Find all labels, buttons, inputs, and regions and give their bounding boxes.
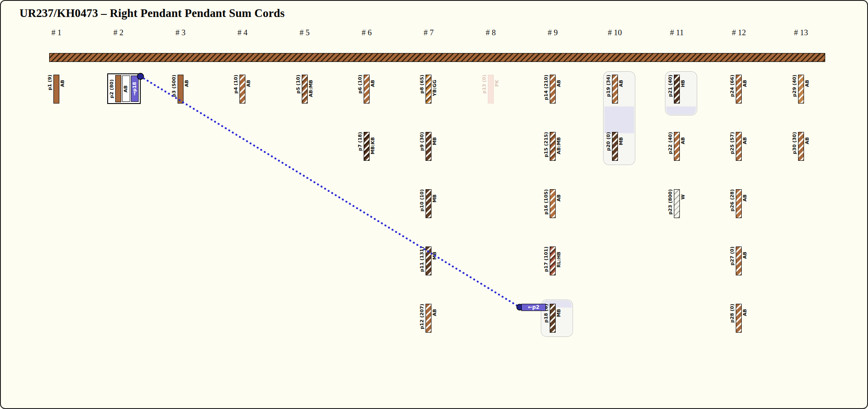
pendant-color-code: RL:HB	[556, 252, 562, 267]
pendant-color-code: AB	[681, 137, 686, 144]
pendant-color-code: AB:MB	[556, 137, 562, 154]
pendant-color-code: AB	[246, 80, 251, 87]
pendant-p24[interactable]: p24 (66)AB	[730, 75, 748, 104]
cord-bar-p6[interactable]	[364, 75, 370, 104]
pendant-label: p25 (57)	[730, 132, 735, 154]
link-tag-to-p2[interactable]: ←p2	[521, 304, 546, 311]
pendant-p7[interactable]: p7 (18)MB:KB	[358, 132, 376, 161]
pendant-label: p4 (10)	[234, 75, 239, 94]
column-header-3: # 3	[175, 28, 186, 37]
pendant-p20[interactable]: p20 (0)MB	[606, 132, 624, 161]
pendant-color-code: AB	[619, 80, 624, 87]
pendant-p4[interactable]: p4 (10)AB	[234, 75, 251, 104]
cord-bar-p17[interactable]	[550, 247, 556, 275]
cord-bar-p29[interactable]	[798, 75, 804, 104]
cord-bar-p21[interactable]	[674, 75, 680, 104]
cord-bar-p10[interactable]	[426, 189, 431, 218]
pendant-p9[interactable]: p9 (30)MB	[420, 132, 437, 161]
pendant-label: p24 (66)	[730, 75, 735, 97]
pendant-p12[interactable]: p12 (207)AB	[420, 304, 437, 333]
column-header-9: # 9	[548, 28, 558, 37]
pendant-p5[interactable]: p5 (10)AB:MB	[296, 75, 314, 104]
cord-bar-p23[interactable]	[674, 189, 680, 218]
cord-bar-p9[interactable]	[426, 132, 431, 161]
column-header-10: # 10	[608, 28, 622, 37]
cord-bar-p13[interactable]	[488, 75, 494, 104]
cord-bar-p22[interactable]	[674, 132, 680, 161]
cord-bar-p20[interactable]	[612, 132, 618, 161]
cord-bar-p12[interactable]	[426, 304, 431, 333]
pendant-p27[interactable]: p27 (0)AB	[730, 247, 748, 275]
cord-bar-p5[interactable]	[302, 75, 308, 104]
pendant-p19[interactable]: p19 (34)AB	[606, 75, 624, 104]
pendant-p6[interactable]: p6 (10)AB	[358, 75, 376, 104]
pendant-label: p2 (80)	[109, 79, 114, 98]
pendant-p17[interactable]: p17 (101)RL:HB	[544, 247, 562, 275]
pendant-p21[interactable]: p21 (40)HB	[668, 75, 686, 104]
cord-bar-p26[interactable]	[736, 189, 742, 218]
pendant-color-code: AB:MB	[309, 80, 314, 97]
pendant-label: p15 (215)	[544, 132, 549, 157]
pendant-p25[interactable]: p25 (57)AB	[730, 132, 748, 161]
pendant-label: p17 (101)	[544, 247, 549, 272]
cord-bar-p1[interactable]	[53, 75, 59, 104]
pendant-label: p16 (105)	[544, 189, 549, 215]
cord-bar-p24[interactable]	[736, 75, 742, 104]
cord-bar-p4[interactable]	[239, 75, 245, 104]
pendant-color-code: AB	[370, 80, 376, 87]
link-tag-to-p18[interactable]: →p18	[131, 76, 139, 102]
pendant-p23[interactable]: p23 (800)W	[668, 189, 686, 218]
cord-bar-p7[interactable]	[364, 132, 370, 161]
column-header-11: # 11	[670, 28, 684, 37]
pendant-label: p22 (40)	[668, 132, 673, 154]
pendant-p15[interactable]: p15 (215)AB:MB	[544, 132, 562, 161]
pendant-color-code: AB	[743, 194, 748, 202]
pendant-p13[interactable]: p13 (0)PK	[482, 75, 500, 104]
pendant-p8[interactable]: p8 (65)YB:GG	[420, 75, 437, 104]
khipu-diagram-page: UR237/KH0473 – Right Pendant Pendant Sum…	[0, 0, 868, 409]
cord-bar-p8[interactable]	[426, 75, 431, 104]
pendant-p30[interactable]: p30 (30)AB	[792, 132, 810, 161]
pendant-p16[interactable]: p16 (105)AB	[544, 189, 562, 218]
cord-bar-p19[interactable]	[612, 75, 618, 104]
cord-bar-p25[interactable]	[736, 132, 742, 161]
primary-cord-bar[interactable]	[49, 53, 825, 62]
pendant-color-code: AB	[184, 80, 189, 87]
cord-bar-p14[interactable]	[550, 75, 556, 104]
pendant-label: p3 (500)	[172, 75, 177, 97]
cord-bar-p27[interactable]	[736, 247, 742, 275]
pendant-p3[interactable]: p3 (500)AB	[172, 75, 189, 104]
pendant-color-code: AB	[60, 80, 65, 87]
pendant-label: p13 (0)	[482, 75, 487, 94]
cord-bar-p30[interactable]	[798, 132, 804, 161]
pendant-color-code: AB	[743, 137, 748, 144]
pendant-color-code: AB	[805, 80, 810, 87]
pendant-label: p28 (0)	[730, 304, 735, 323]
pendant-p22[interactable]: p22 (40)AB	[668, 132, 686, 161]
pendant-p18[interactable]: p18 (6)MB	[544, 304, 562, 333]
pendant-p2-selected[interactable]: p2 (80)AB→p18	[107, 73, 140, 104]
pendant-label: p30 (30)	[792, 132, 797, 154]
pendant-p29[interactable]: p29 (40)AB	[792, 75, 810, 104]
pendant-p28[interactable]: p28 (0)AB	[730, 304, 748, 333]
pendant-label: p9 (30)	[420, 132, 425, 151]
pendant-color-code: MB	[619, 137, 624, 145]
pendant-color-code: AB	[743, 252, 748, 259]
cord-bar-p2[interactable]	[115, 75, 121, 102]
cord-bar-p11[interactable]	[426, 247, 431, 275]
cord-bar-p18[interactable]	[550, 304, 556, 333]
pendant-label: p7 (18)	[358, 132, 363, 151]
pendant-p1[interactable]: p1 (9)AB	[47, 75, 65, 104]
column-header-6: # 6	[362, 28, 372, 37]
cord-bar-p16[interactable]	[550, 189, 556, 218]
cord-bar-p15[interactable]	[550, 132, 556, 161]
pendant-p26[interactable]: p26 (28)AB	[730, 189, 748, 218]
column-header-12: # 12	[732, 28, 746, 37]
pendant-p10[interactable]: p10 (10)MB	[420, 189, 437, 218]
pendant-p14[interactable]: p14 (210)AB	[544, 75, 562, 104]
pendant-color-code: AB	[743, 309, 748, 316]
pendant-label: p8 (65)	[420, 75, 425, 94]
cord-bar-p3[interactable]	[178, 75, 184, 104]
cord-bar-p28[interactable]	[736, 304, 742, 333]
pendant-p11[interactable]: p11 (131)MB	[420, 247, 437, 275]
